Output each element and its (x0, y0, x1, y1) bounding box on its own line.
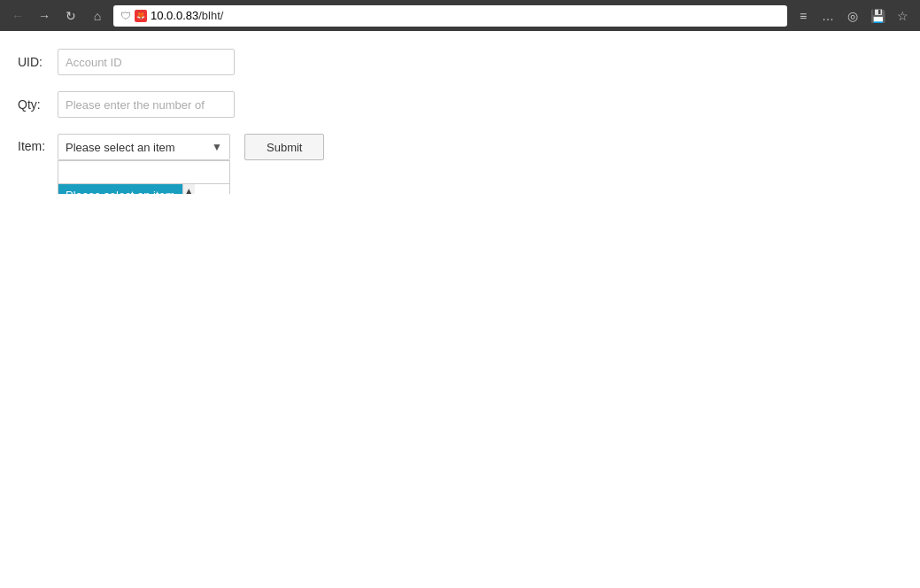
page-content: UID: Qty: Item: Please select an item ▼ (0, 31, 920, 194)
bookmark-button[interactable]: ☆ (892, 5, 913, 27)
favicon: 🦊 (135, 10, 147, 22)
qty-label: Qty: (18, 97, 58, 112)
qty-row: Qty: (18, 91, 902, 118)
submit-button[interactable]: Submit (244, 134, 324, 160)
refresh-button[interactable]: ↻ (60, 5, 81, 27)
floppy-button[interactable]: 💾 (867, 5, 888, 27)
back-button[interactable]: ← (7, 5, 28, 27)
chevron-down-icon: ▼ (212, 141, 222, 153)
more-button[interactable]: … (817, 5, 839, 27)
dropdown-trigger[interactable]: Please select an item ▼ (58, 134, 230, 160)
dropdown-item[interactable]: Please select an item (58, 184, 182, 194)
list-scrollbar[interactable]: ▲ ▼ (182, 184, 195, 194)
uid-row: UID: (18, 49, 902, 75)
dropdown-panel: Please select an itemGoldSkill PointEXPS… (58, 160, 230, 194)
pocket-button[interactable]: ◎ (842, 5, 863, 27)
dropdown-search-input[interactable] (58, 161, 229, 184)
qty-input[interactable] (58, 91, 235, 118)
forward-button[interactable]: → (34, 5, 55, 27)
url-text: 10.0.0.83/blht/ (151, 9, 223, 22)
dropdown-selected-value: Please select an item (66, 141, 175, 154)
home-button[interactable]: ⌂ (87, 5, 108, 27)
shield-icon: 🛡 (120, 10, 131, 22)
item-label: Item: (18, 134, 58, 153)
scroll-up-arrow[interactable]: ▲ (184, 184, 193, 194)
dropdown-list: Please select an itemGoldSkill PointEXPS… (58, 184, 182, 194)
uid-label: UID: (18, 55, 58, 69)
browser-chrome: ← → ↻ ⌂ 🛡 🦊 10.0.0.83/blht/ ≡ … ◎ 💾 ☆ (0, 0, 920, 31)
address-bar[interactable]: 🛡 🦊 10.0.0.83/blht/ (113, 5, 787, 27)
item-dropdown[interactable]: Please select an item ▼ Please select an… (58, 134, 230, 160)
uid-input[interactable] (58, 49, 235, 75)
browser-actions: ≡ … ◎ 💾 ☆ (792, 5, 913, 27)
dropdown-list-wrapper: Please select an itemGoldSkill PointEXPS… (58, 184, 229, 194)
reader-button[interactable]: ≡ (792, 5, 814, 27)
item-row: Item: Please select an item ▼ Please sel… (18, 134, 902, 160)
